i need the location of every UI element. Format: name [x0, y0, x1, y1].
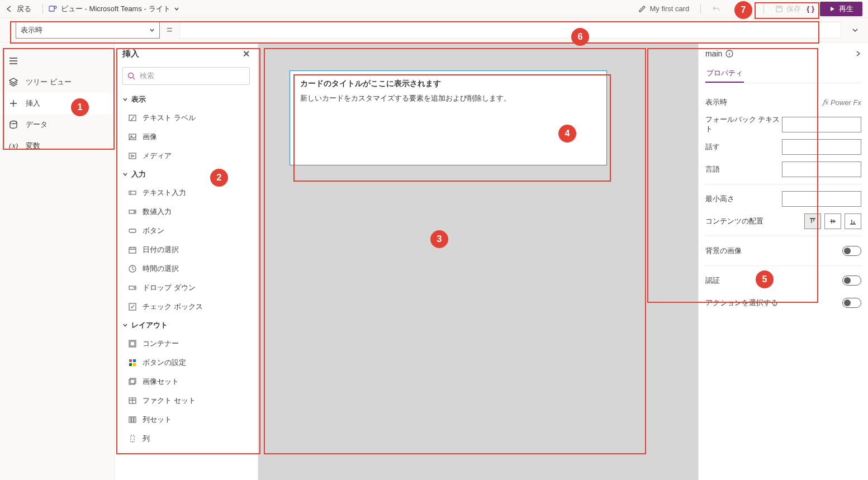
sidebar-hamburger[interactable] — [0, 50, 114, 72]
valign-middle-button[interactable] — [824, 213, 841, 229]
insert-item-imageset[interactable]: 画像セット — [115, 372, 258, 391]
prop-row-fallback: フォールバック テキスト — [705, 113, 861, 136]
play-icon — [829, 6, 836, 12]
selectaction-toggle[interactable] — [842, 298, 861, 308]
equals-sign: = — [167, 24, 173, 36]
align-middle-icon — [829, 217, 837, 225]
insert-item-image[interactable]: 画像 — [115, 127, 258, 146]
variable-icon: (𝑥) — [9, 141, 18, 150]
insert-item-timepicker[interactable]: 時間の選択 — [115, 259, 258, 278]
property-selector[interactable]: 表示時 — [16, 22, 160, 39]
separator — [763, 4, 764, 14]
view-title[interactable]: ビュー - Microsoft Teams - ライト — [49, 4, 179, 14]
close-panel-button[interactable]: ✕ — [243, 49, 250, 59]
save-button[interactable]: 保存 — [775, 4, 801, 14]
chevron-down-icon — [122, 97, 128, 102]
svg-rect-25 — [129, 417, 131, 422]
hamburger-icon — [9, 56, 18, 65]
insert-item-textinput[interactable]: テキスト入力 — [115, 183, 258, 202]
separator — [731, 4, 733, 14]
valign-bottom-button[interactable] — [845, 213, 861, 229]
arrow-left-icon — [6, 5, 13, 13]
insert-item-dropdown[interactable]: ドロップ ダウン — [115, 278, 258, 297]
insert-group-header[interactable]: レイアウト — [115, 316, 258, 334]
svg-rect-12 — [129, 248, 136, 253]
chevron-down-icon — [852, 27, 858, 34]
formula-input[interactable] — [179, 22, 841, 39]
prop-row-minheight: 最小高さ — [705, 188, 861, 210]
insert-item-columnset[interactable]: 列セット — [115, 410, 258, 429]
insert-group-header[interactable]: 表示 — [115, 91, 258, 108]
insert-group-header[interactable]: 入力 — [115, 165, 258, 183]
factset-icon — [128, 396, 137, 405]
search-icon — [127, 72, 135, 80]
svg-rect-21 — [133, 363, 136, 366]
sidebar-item-label: ツリー ビュー — [26, 77, 72, 87]
insert-item-factset[interactable]: ファクト セット — [115, 391, 258, 410]
card-preview[interactable]: カードのタイトルがここに表示されます 新しいカードをカスタマイズする要素を追加お… — [290, 70, 607, 165]
separator — [700, 4, 701, 14]
chevron-down-icon — [122, 322, 128, 328]
info-icon[interactable] — [725, 50, 733, 58]
card-title-text: カードのタイトルがここに表示されます — [300, 79, 596, 89]
insert-item-textlabel[interactable]: テキスト ラベル — [115, 108, 258, 127]
code-button[interactable]: { } — [807, 4, 814, 13]
insert-item-numberinput[interactable]: 数値入力 — [115, 202, 258, 221]
speak-input[interactable] — [782, 139, 861, 155]
prop-row-lang: 言語 — [705, 158, 861, 180]
tab-properties[interactable]: プロパティ — [705, 65, 744, 83]
design-canvas[interactable]: カードのタイトルがここに表示されます 新しいカードをカスタマイズする要素を追加お… — [258, 42, 698, 480]
separator — [42, 4, 43, 14]
insert-item-datepicker[interactable]: 日付の選択 — [115, 240, 258, 259]
sidebar-item-insert[interactable]: 挿入 — [0, 93, 114, 114]
prop-row-selectaction: アクションを選択する — [705, 292, 861, 314]
insert-item-container[interactable]: コンテナー — [115, 334, 258, 353]
back-label: 戻る — [17, 4, 31, 14]
back-button[interactable]: 戻る — [6, 4, 31, 14]
insert-group-layout: レイアウト コンテナー ボタンの設定 画像セット ファクト セット 列セット 列 — [115, 316, 258, 448]
valign-top-button[interactable] — [804, 213, 821, 229]
sidebar-item-label: 挿入 — [26, 98, 40, 108]
left-sidebar: ツリー ビュー 挿入 データ (𝑥) 変数 — [0, 42, 114, 480]
selected-element-name: main — [705, 49, 722, 58]
svg-rect-0 — [49, 6, 54, 11]
teams-icon — [49, 4, 58, 13]
insert-item-checkbox[interactable]: チェック ボックス — [115, 297, 258, 316]
redo-button[interactable] — [744, 5, 752, 13]
textinput-icon — [128, 188, 137, 197]
prop-row-auth: 認証 — [705, 269, 861, 292]
auth-toggle[interactable] — [842, 275, 861, 286]
checkbox-icon — [128, 302, 137, 311]
insert-item-button[interactable]: ボタン — [115, 221, 258, 240]
undo-button[interactable] — [712, 5, 720, 13]
card-name-button[interactable]: My first card — [638, 4, 689, 13]
bgimage-toggle[interactable] — [842, 246, 861, 256]
powerfx-button[interactable]: 𝑓x Power Fx — [823, 98, 862, 107]
plus-icon — [9, 99, 18, 108]
prop-row-visible: 表示時 𝑓x Power Fx — [705, 91, 861, 113]
svg-point-1 — [54, 6, 56, 8]
svg-rect-11 — [129, 229, 136, 232]
sidebar-item-variables[interactable]: (𝑥) 変数 — [0, 135, 114, 156]
sidebar-item-label: データ — [26, 120, 48, 130]
sidebar-item-data[interactable]: データ — [0, 114, 114, 135]
fallback-text-input[interactable] — [782, 117, 861, 132]
lang-input[interactable] — [782, 161, 861, 177]
prop-row-valign: コンテンツの配置 — [705, 210, 861, 232]
insert-item-media[interactable]: メディア — [115, 146, 258, 165]
align-bottom-icon — [849, 217, 857, 225]
play-button[interactable]: 再生 — [820, 2, 862, 16]
insert-search-input[interactable]: 検索 — [122, 67, 250, 85]
expand-formula-button[interactable] — [848, 23, 862, 37]
top-bar: 戻る ビュー - Microsoft Teams - ライト My first … — [0, 0, 868, 18]
sidebar-item-treeview[interactable]: ツリー ビュー — [0, 72, 114, 93]
insert-item-column[interactable]: 列 — [115, 429, 258, 448]
container-icon — [128, 339, 137, 348]
chevron-right-icon[interactable] — [855, 50, 861, 57]
chevron-down-icon — [149, 27, 155, 33]
imageset-icon — [128, 377, 137, 386]
insert-item-buttonset[interactable]: ボタンの設定 — [115, 353, 258, 372]
prop-row-bgimage: 背景の画像 — [705, 240, 861, 262]
minheight-input[interactable] — [782, 191, 861, 207]
chevron-down-icon — [174, 6, 179, 12]
